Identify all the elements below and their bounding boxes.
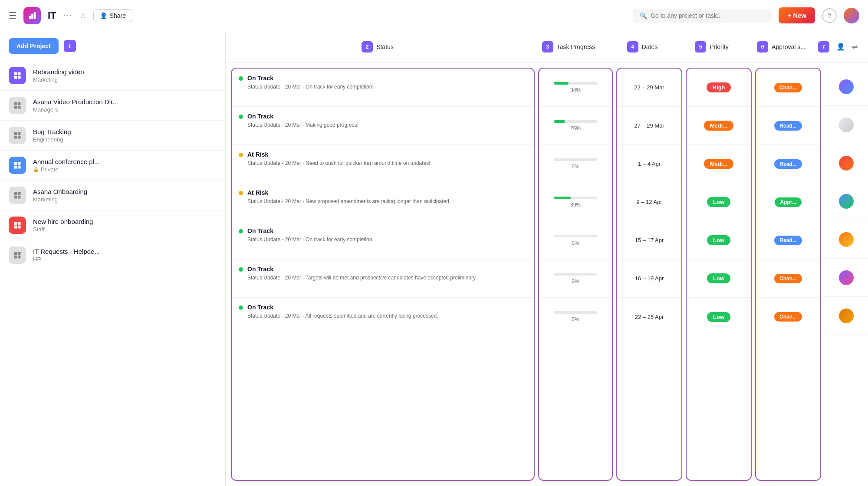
- status-column-header: 2 Status: [226, 41, 529, 53]
- svg-rect-0: [29, 16, 31, 19]
- project-info: Asana Onboarding Marketing: [33, 188, 87, 203]
- status-indicator: On Track Status Update - 20 Mar · All re…: [239, 304, 527, 320]
- approval-row[interactable]: Chan...: [756, 259, 820, 298]
- sidebar-item-asana-onboarding[interactable]: Asana Onboarding Marketing: [0, 181, 225, 210]
- menu-icon[interactable]: ☰: [9, 10, 16, 21]
- priority-badge: Low: [707, 235, 730, 245]
- approval-row[interactable]: Read...: [756, 107, 820, 145]
- new-button[interactable]: + New: [779, 7, 815, 23]
- project-info: Annual conference pl... 🔒Private: [33, 158, 99, 173]
- approval-row[interactable]: Appr...: [756, 183, 820, 221]
- approval-row[interactable]: Chan...: [756, 298, 820, 336]
- project-name: New hire onboarding: [33, 218, 93, 225]
- project-list: Rebranding video Marketing Asana Video P…: [0, 61, 225, 270]
- approval-badge[interactable]: Appr...: [775, 197, 801, 207]
- svg-rect-7: [14, 102, 17, 105]
- progress-row: 0%: [539, 221, 612, 259]
- svg-rect-12: [18, 132, 21, 135]
- approval-row[interactable]: Read...: [756, 221, 820, 259]
- approval-label: Approval s...: [772, 43, 806, 50]
- dates-column-header: 4 Dates: [608, 41, 677, 53]
- status-column: On Track Status Update - 20 Mar · On tra…: [231, 68, 535, 481]
- approval-row[interactable]: Chan...: [756, 69, 820, 107]
- status-desc: Status Update - 20 Mar · Need to push fo…: [247, 160, 431, 167]
- approval-badge[interactable]: Read...: [774, 159, 802, 169]
- sidebar-num-badge: 1: [64, 40, 76, 52]
- approval-badge[interactable]: Chan...: [774, 312, 802, 322]
- progress-bar-bg: [554, 235, 597, 237]
- share-button[interactable]: 👤 Share: [93, 9, 132, 22]
- approval-badge[interactable]: Chan...: [774, 274, 802, 283]
- sidebar-item-annual-conference-pl...[interactable]: Annual conference pl... 🔒Private: [0, 151, 225, 181]
- project-sub: Marketing: [33, 196, 87, 203]
- date-text: 16 – 19 Apr: [635, 275, 664, 282]
- avatar-row: [825, 259, 868, 297]
- status-desc: Status Update - 20 Mar · New proposed am…: [247, 198, 450, 205]
- star-icon[interactable]: ☆: [79, 11, 86, 20]
- sidebar-item-bug-tracking[interactable]: Bug Tracking Engineering: [0, 121, 225, 151]
- user-avatar[interactable]: [844, 8, 859, 23]
- sidebar-item-it-requests---helpde...[interactable]: IT Requests - Helpde... HR: [0, 240, 225, 270]
- status-label: On Track: [247, 227, 374, 234]
- approval-badge[interactable]: Read...: [774, 236, 802, 245]
- status-row: At Risk Status Update - 20 Mar · New pro…: [232, 183, 534, 221]
- sidebar-item-asana-video-production-dir...[interactable]: Asana Video Production Dir... Managers: [0, 91, 225, 121]
- svg-rect-11: [14, 132, 17, 135]
- svg-rect-4: [18, 72, 21, 76]
- progress-cell: 0%: [542, 235, 608, 246]
- priority-badge: High: [707, 82, 731, 92]
- svg-rect-9: [14, 106, 17, 109]
- avatar-row: [825, 68, 868, 106]
- progress-percent: 26%: [570, 125, 581, 131]
- status-text-block: At Risk Status Update - 20 Mar · Need to…: [247, 151, 431, 167]
- project-name: Asana Onboarding: [33, 188, 87, 195]
- app-logo: [23, 7, 41, 24]
- project-info: Asana Video Production Dir... Managers: [33, 98, 118, 113]
- avatar: [839, 309, 854, 323]
- status-text-block: On Track Status Update - 20 Mar · Target…: [247, 266, 480, 282]
- progress-row: 34%: [539, 69, 612, 107]
- search-input[interactable]: [651, 12, 765, 19]
- status-dot: [239, 153, 243, 157]
- status-indicator: At Risk Status Update - 20 Mar · Need to…: [239, 151, 527, 167]
- status-text-block: On Track Status Update - 20 Mar · Making…: [247, 113, 358, 129]
- col-num-7: 7: [818, 41, 829, 53]
- progress-cell: 0%: [542, 273, 608, 284]
- sidebar-header: Add Project 1: [0, 31, 225, 61]
- help-button[interactable]: ?: [822, 8, 837, 23]
- progress-bar-fill: [554, 82, 569, 85]
- status-text-block: On Track Status Update - 20 Mar · All re…: [247, 304, 438, 320]
- sidebar-item-new-hire-onboarding[interactable]: New hire onboarding Staff: [0, 210, 225, 240]
- progress-percent: 0%: [572, 278, 579, 284]
- svg-rect-24: [18, 222, 21, 225]
- svg-rect-15: [14, 162, 17, 165]
- progress-row: 39%: [539, 183, 612, 221]
- project-name: Asana Video Production Dir...: [33, 98, 118, 105]
- extra-column: [825, 68, 868, 481]
- svg-rect-1: [31, 13, 33, 19]
- approval-row[interactable]: Read...: [756, 145, 820, 183]
- col-num-5: 5: [695, 41, 706, 53]
- project-sub: 🔒Private: [33, 166, 99, 173]
- status-dot: [239, 115, 243, 119]
- filter-icon[interactable]: ⇌: [852, 43, 858, 51]
- avatar-row: [825, 297, 868, 335]
- avatar: [839, 79, 854, 94]
- more-options-icon[interactable]: ···: [63, 11, 72, 20]
- date-text: 9 – 12 Apr: [636, 199, 662, 205]
- approval-badge[interactable]: Read...: [774, 121, 802, 131]
- person-icon[interactable]: 👤: [836, 43, 845, 51]
- sidebar-item-rebranding-video[interactable]: Rebranding video Marketing: [0, 61, 225, 91]
- progress-percent: 39%: [570, 202, 581, 208]
- date-row: 16 – 19 Apr: [617, 259, 681, 298]
- svg-rect-3: [14, 72, 17, 76]
- search-bar[interactable]: 🔍: [633, 9, 772, 23]
- add-project-button[interactable]: Add Project: [9, 38, 59, 54]
- status-label: On Track: [247, 113, 358, 120]
- progress-bar-bg: [554, 197, 597, 199]
- approval-badge[interactable]: Chan...: [774, 83, 802, 92]
- project-info: IT Requests - Helpde... HR: [33, 248, 100, 263]
- svg-rect-10: [18, 106, 21, 109]
- status-label: Status: [376, 43, 394, 50]
- status-label: On Track: [247, 75, 374, 82]
